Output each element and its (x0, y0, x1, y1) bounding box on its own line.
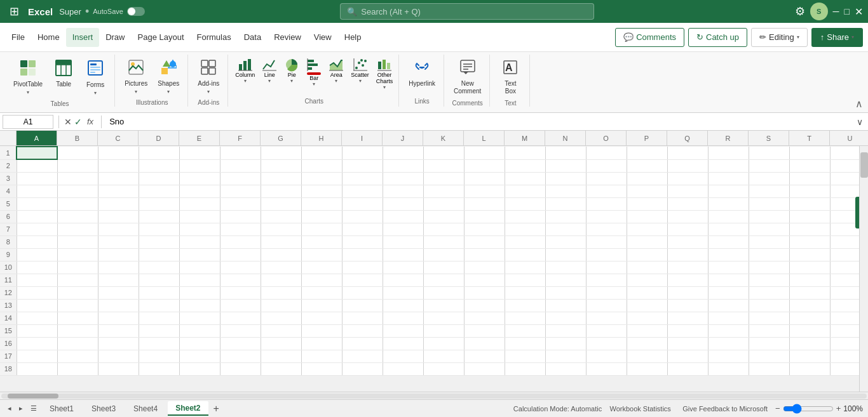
cell-J9[interactable] (383, 248, 423, 261)
cell-I8[interactable] (342, 235, 383, 248)
cell-D9[interactable] (139, 248, 179, 261)
cell-O5[interactable] (586, 197, 627, 210)
cell-H12[interactable] (301, 286, 342, 299)
cell-E7[interactable] (179, 223, 220, 235)
cell-F8[interactable] (220, 235, 261, 248)
cell-U15[interactable] (830, 324, 859, 337)
cell-E8[interactable] (179, 235, 220, 248)
cell-P8[interactable] (627, 235, 667, 248)
cell-S12[interactable] (749, 286, 789, 299)
cell-F13[interactable] (220, 299, 261, 312)
cell-M13[interactable] (505, 299, 545, 312)
col-header-C[interactable]: C (98, 131, 139, 145)
search-box[interactable]: 🔍 (340, 3, 594, 20)
cell-J8[interactable] (383, 235, 423, 248)
cell-N6[interactable] (545, 210, 586, 223)
cell-N14[interactable] (545, 312, 586, 324)
cell-S6[interactable] (749, 210, 789, 223)
catchup-button[interactable]: ↻ Catch up (688, 28, 747, 47)
cell-R2[interactable] (708, 159, 749, 172)
cell-N15[interactable] (545, 324, 586, 337)
cell-M14[interactable] (505, 312, 545, 324)
cell-F4[interactable] (220, 185, 261, 197)
cell-M10[interactable] (505, 261, 545, 274)
cell-A6[interactable] (17, 210, 57, 223)
cell-H4[interactable] (301, 185, 342, 197)
cell-M16[interactable] (505, 337, 545, 350)
cell-J15[interactable] (383, 324, 423, 337)
cell-Q16[interactable] (667, 337, 708, 350)
cell-U3[interactable] (830, 172, 859, 185)
cell-G6[interactable] (261, 210, 301, 223)
row-number-4[interactable]: 4 (0, 185, 17, 197)
cell-K5[interactable] (423, 197, 464, 210)
cell-K16[interactable] (423, 337, 464, 350)
cell-E12[interactable] (179, 286, 220, 299)
cell-N1[interactable] (545, 147, 586, 159)
sheet-container[interactable]: 123456789101112131415161718 (0, 146, 859, 392)
cell-I7[interactable] (342, 223, 383, 235)
cell-B13[interactable] (57, 299, 98, 312)
cell-H7[interactable] (301, 223, 342, 235)
cell-P1[interactable] (627, 147, 667, 159)
cell-G7[interactable] (261, 223, 301, 235)
cell-O11[interactable] (586, 274, 627, 286)
cell-H10[interactable] (301, 261, 342, 274)
cell-C4[interactable] (98, 185, 139, 197)
cell-Q5[interactable] (667, 197, 708, 210)
cell-F2[interactable] (220, 159, 261, 172)
cell-L7[interactable] (464, 223, 505, 235)
cell-T2[interactable] (789, 159, 830, 172)
cell-K9[interactable] (423, 248, 464, 261)
row-number-10[interactable]: 10 (0, 261, 17, 274)
cell-C5[interactable] (98, 197, 139, 210)
cell-R1[interactable] (708, 147, 749, 159)
cell-I3[interactable] (342, 172, 383, 185)
cell-H17[interactable] (301, 350, 342, 362)
cell-D5[interactable] (139, 197, 179, 210)
cell-I14[interactable] (342, 312, 383, 324)
maximize-icon[interactable]: □ (844, 6, 850, 17)
cell-C13[interactable] (98, 299, 139, 312)
cell-L3[interactable] (464, 172, 505, 185)
cell-M4[interactable] (505, 185, 545, 197)
table-button[interactable]: Table (48, 56, 79, 91)
cell-O13[interactable] (586, 299, 627, 312)
cell-U10[interactable] (830, 261, 859, 274)
cell-T18[interactable] (789, 362, 830, 375)
scrollbar-thumb[interactable] (860, 152, 868, 178)
row-number-14[interactable]: 14 (0, 312, 17, 324)
cell-M12[interactable] (505, 286, 545, 299)
cell-F1[interactable] (220, 147, 261, 159)
cell-P17[interactable] (627, 350, 667, 362)
cell-R8[interactable] (708, 235, 749, 248)
col-header-N[interactable]: N (545, 131, 586, 145)
cell-P13[interactable] (627, 299, 667, 312)
cell-O15[interactable] (586, 324, 627, 337)
row-number-7[interactable]: 7 (0, 223, 17, 235)
cell-O7[interactable] (586, 223, 627, 235)
cell-H8[interactable] (301, 235, 342, 248)
cell-N13[interactable] (545, 299, 586, 312)
cell-U9[interactable] (830, 248, 859, 261)
cell-I16[interactable] (342, 337, 383, 350)
cell-J17[interactable] (383, 350, 423, 362)
cell-B3[interactable] (57, 172, 98, 185)
cell-J5[interactable] (383, 197, 423, 210)
cell-M17[interactable] (505, 350, 545, 362)
cell-B17[interactable] (57, 350, 98, 362)
waffle-icon[interactable]: ⊞ (5, 3, 23, 20)
cell-F18[interactable] (220, 362, 261, 375)
menu-item-formulas[interactable]: Formulas (191, 28, 238, 47)
cell-G11[interactable] (261, 274, 301, 286)
row-number-5[interactable]: 5 (0, 197, 17, 210)
confirm-formula-icon[interactable]: ✓ (74, 117, 82, 127)
cell-S18[interactable] (749, 362, 789, 375)
cell-M1[interactable] (505, 147, 545, 159)
cell-G10[interactable] (261, 261, 301, 274)
cell-P3[interactable] (627, 172, 667, 185)
cell-U11[interactable] (830, 274, 859, 286)
cell-U13[interactable] (830, 299, 859, 312)
cell-A5[interactable] (17, 197, 57, 210)
cell-I9[interactable] (342, 248, 383, 261)
